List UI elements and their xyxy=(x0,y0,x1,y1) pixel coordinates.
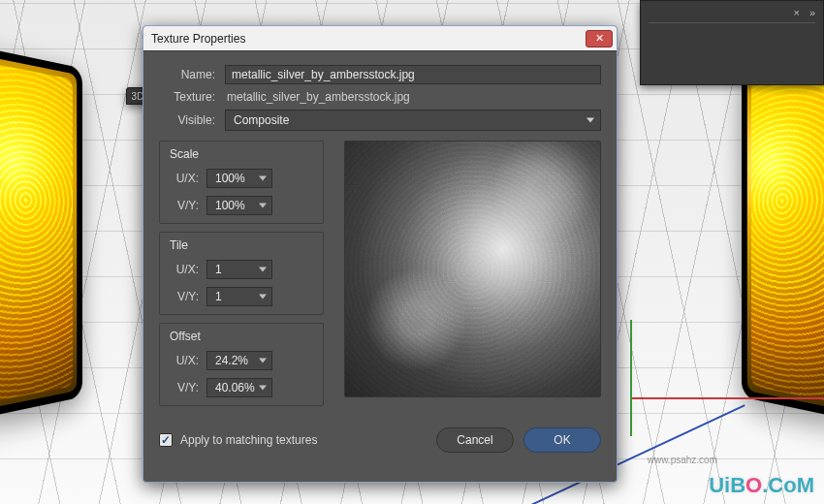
axis-z xyxy=(630,320,632,436)
dialog-titlebar[interactable]: Texture Properties ✕ xyxy=(143,26,617,51)
chevron-down-icon xyxy=(259,359,267,363)
chevron-down-icon xyxy=(586,118,594,123)
scale-ux-label: U/X: xyxy=(170,172,199,185)
panel-close-icon[interactable]: × xyxy=(794,7,800,18)
offset-ux-label: U/X: xyxy=(170,354,199,367)
texture-properties-dialog: Texture Properties ✕ Name: Texture: meta… xyxy=(143,25,618,483)
watermark-part-a: UiB xyxy=(709,473,745,497)
close-button[interactable]: ✕ xyxy=(586,30,613,47)
name-input[interactable] xyxy=(225,65,601,84)
tile-vy-input[interactable]: 1 xyxy=(206,287,272,306)
scale-title: Scale xyxy=(170,147,313,161)
tile-ux-label: U/X: xyxy=(170,263,199,276)
tile-title: Tile xyxy=(170,238,313,252)
name-label: Name: xyxy=(159,68,215,81)
watermark-url: www.psahz.com xyxy=(648,455,717,465)
dialog-title: Texture Properties xyxy=(151,32,245,46)
panel-divider xyxy=(649,22,815,23)
scale-ux-value: 100% xyxy=(215,172,245,185)
gold-letter-left xyxy=(0,47,82,419)
tile-group: Tile U/X: 1 V/Y: 1 xyxy=(159,232,324,315)
panel-collapse-icon[interactable]: » xyxy=(809,7,817,18)
panel-right-docked: » × xyxy=(640,0,824,85)
chevron-down-icon xyxy=(259,204,267,208)
cancel-button-label: Cancel xyxy=(457,433,492,447)
scale-ux-input[interactable]: 100% xyxy=(206,169,272,188)
chevron-down-icon xyxy=(259,295,267,299)
texture-label: Texture: xyxy=(159,90,215,104)
watermark-part-o: O xyxy=(745,473,762,497)
tile-ux-value: 1 xyxy=(215,263,222,276)
texture-value: metallic_silver_by_ambersstock.jpg xyxy=(225,90,410,104)
watermark-part-b: .CoM xyxy=(762,473,814,497)
cancel-button[interactable]: Cancel xyxy=(436,427,514,453)
tile-ux-input[interactable]: 1 xyxy=(206,260,272,279)
visible-label: Visible: xyxy=(159,113,215,127)
watermark-logo: UiBO.CoM xyxy=(709,473,814,498)
texture-preview xyxy=(344,141,601,397)
scale-group: Scale U/X: 100% V/Y: 100% xyxy=(159,141,324,224)
tile-vy-label: V/Y: xyxy=(170,290,199,303)
offset-title: Offset xyxy=(170,330,313,343)
scale-vy-label: V/Y: xyxy=(170,199,199,212)
apply-matching-label: Apply to matching textures xyxy=(180,433,317,447)
visible-select[interactable]: Composite xyxy=(225,110,601,131)
close-icon: ✕ xyxy=(595,33,604,44)
ok-button[interactable]: OK xyxy=(523,427,601,453)
scale-vy-input[interactable]: 100% xyxy=(206,196,272,215)
offset-vy-label: V/Y: xyxy=(170,381,199,394)
offset-group: Offset U/X: 24.2% V/Y: 40.06% xyxy=(159,323,324,406)
chevron-down-icon xyxy=(259,268,267,272)
offset-vy-input[interactable]: 40.06% xyxy=(206,378,272,397)
chevron-down-icon xyxy=(259,386,267,391)
offset-vy-value: 40.06% xyxy=(215,381,255,394)
visible-select-value: Composite xyxy=(234,113,289,127)
scale-vy-value: 100% xyxy=(215,199,245,212)
apply-matching-checkbox[interactable]: ✓ xyxy=(159,433,173,447)
axis-x xyxy=(630,397,824,399)
chevron-down-icon xyxy=(259,176,267,181)
ok-button-label: OK xyxy=(554,433,570,447)
tile-vy-value: 1 xyxy=(215,290,222,303)
offset-ux-value: 24.2% xyxy=(215,354,248,367)
offset-ux-input[interactable]: 24.2% xyxy=(206,351,272,370)
